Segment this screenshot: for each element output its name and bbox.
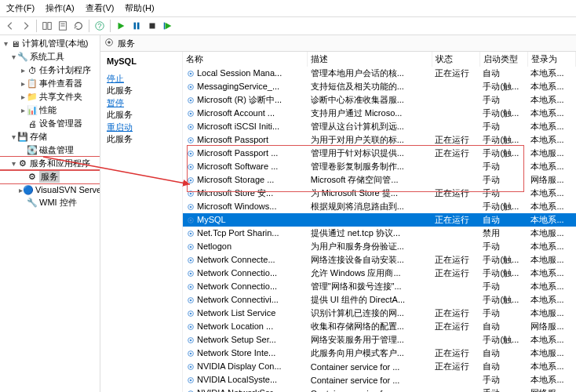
- menu-action[interactable]: 操作(A): [46, 2, 75, 14]
- col-name[interactable]: 名称: [183, 52, 308, 67]
- tree-sharedfolders[interactable]: ▸📁共享文件夹: [0, 90, 100, 103]
- table-row[interactable]: Microsoft Store 安...为 Microsoft Store 提.…: [183, 187, 576, 200]
- services-table[interactable]: 名称 描述 状态 启动类型 登录为 Local Session Mana...管…: [183, 52, 576, 392]
- svg-point-48: [190, 299, 192, 302]
- menu-view[interactable]: 查看(V): [86, 2, 115, 14]
- pause-button[interactable]: [129, 19, 144, 33]
- tree-storage[interactable]: ▾💾存储: [0, 130, 100, 143]
- gear-icon: [186, 96, 195, 105]
- start-button[interactable]: [114, 19, 128, 33]
- svg-point-38: [190, 233, 192, 235]
- table-row[interactable]: Local Session Mana...管理本地用户会话的核...正在运行自动…: [183, 67, 576, 80]
- menu-bar: 文件(F) 操作(A) 查看(V) 帮助(H): [0, 0, 576, 17]
- menu-file[interactable]: 文件(F): [6, 2, 35, 14]
- table-row[interactable]: NVIDIA LocalSyste...Container service fo…: [183, 373, 576, 387]
- gear-icon: [186, 376, 195, 385]
- wmi-icon: 🔧: [27, 198, 38, 209]
- device-icon: 🖨: [27, 118, 38, 129]
- tree-devmgr[interactable]: 🖨设备管理器: [0, 117, 100, 130]
- col-status[interactable]: 状态: [432, 52, 479, 67]
- svg-rect-0: [43, 23, 46, 30]
- gear-icon: [186, 389, 195, 392]
- stop-button[interactable]: [145, 19, 159, 33]
- gear-icon: [186, 242, 195, 252]
- svg-point-26: [190, 153, 192, 155]
- table-row[interactable]: Microsoft Storage ...Microsoft 存储空间管...手…: [183, 173, 576, 187]
- restart-button[interactable]: [161, 19, 175, 33]
- tree-servicesapps[interactable]: ▾⚙服务和应用程序: [0, 157, 100, 170]
- tree-root[interactable]: ▾🖥计算机管理(本地): [0, 37, 100, 50]
- pause-link[interactable]: 暂停: [107, 96, 176, 109]
- help-button[interactable]: ?: [93, 19, 107, 33]
- svg-rect-9: [150, 24, 155, 29]
- svg-point-50: [190, 313, 192, 315]
- svg-point-24: [190, 140, 192, 142]
- table-row[interactable]: Microsoft Passport为用于对用户关联的标...正在运行手动(触.…: [183, 133, 576, 147]
- table-row[interactable]: Network Connectivi...提供 UI 组件的 DirectA..…: [183, 293, 576, 307]
- svg-point-44: [190, 273, 192, 275]
- refresh-button[interactable]: [71, 19, 86, 33]
- gear-icon: [186, 69, 195, 78]
- table-row[interactable]: Network Setup Ser...网络安装服务用于管理...手动(触...…: [183, 333, 576, 347]
- table-row[interactable]: Net.Tcp Port Sharin...提供通过 net.tcp 协议...…: [183, 227, 576, 240]
- tree-diskmgmt[interactable]: 💽磁盘管理: [0, 143, 100, 157]
- gear-icon: [186, 176, 195, 185]
- table-row[interactable]: NVIDIA NetworkSer...Container service fo…: [183, 387, 576, 392]
- tree-performance[interactable]: ▸📊性能: [0, 103, 100, 117]
- disk-icon: 💽: [27, 145, 38, 156]
- content-header: 服务: [100, 35, 576, 52]
- back-button[interactable]: [3, 19, 17, 33]
- svg-point-60: [190, 379, 192, 382]
- table-row[interactable]: Microsoft Passport ...管理用于针对标识提供...正在运行手…: [183, 147, 576, 160]
- svg-point-42: [190, 260, 192, 262]
- col-logon[interactable]: 登录为: [527, 52, 575, 67]
- table-row[interactable]: Network Location ...收集和存储网络的配置...正在运行自动网…: [183, 320, 576, 333]
- svg-point-20: [190, 113, 192, 115]
- properties-button[interactable]: [56, 19, 70, 33]
- table-row[interactable]: Network Store Inte...此服务向用户模式客户...正在运行自动…: [183, 347, 576, 360]
- stop-link[interactable]: 停止: [107, 72, 176, 85]
- table-row[interactable]: Microsoft Account ...支持用户通过 Microso...手动…: [183, 107, 576, 120]
- table-row[interactable]: Network List Service识别计算机已连接的网...正在运行手动本…: [183, 307, 576, 320]
- table-row[interactable]: MessagingService_...支持短信及相关功能的...手动(触...…: [183, 80, 576, 93]
- table-row[interactable]: Microsoft (R) 诊断中...诊断中心标准收集器服...手动本地系..…: [183, 93, 576, 107]
- restart-link[interactable]: 重启动: [107, 121, 176, 133]
- svg-point-18: [190, 100, 192, 102]
- table-row[interactable]: Network Connectio...管理"网络和拨号连接"...手动本地系.…: [183, 280, 576, 293]
- col-startup[interactable]: 启动类型: [479, 52, 527, 67]
- tree-eventviewer[interactable]: ▸📋事件查看器: [0, 77, 100, 90]
- gear-icon: [186, 322, 195, 332]
- table-row[interactable]: Microsoft iSCSI Initi...管理从这台计算机到远...手动本…: [183, 120, 576, 133]
- table-row[interactable]: NVIDIA Display Con...Container service f…: [183, 360, 576, 373]
- gear-icon: [186, 362, 195, 372]
- tree-systools[interactable]: ▾🔧系统工具: [0, 50, 100, 64]
- gear-icon: [186, 109, 195, 118]
- tree-wmi[interactable]: 🔧WMI 控件: [0, 196, 100, 209]
- menu-help[interactable]: 帮助(H): [125, 2, 154, 14]
- table-row[interactable]: Netlogon为用户和服务身份验证...手动本地系...: [183, 240, 576, 253]
- svg-point-40: [190, 246, 192, 249]
- event-icon: 📋: [27, 78, 38, 89]
- col-desc[interactable]: 描述: [308, 52, 432, 67]
- tree-scheduler[interactable]: ▸⏱任务计划程序: [0, 64, 100, 77]
- tree-visualsvn[interactable]: ▸🔵VisualSVN Server: [0, 183, 100, 196]
- show-hide-button[interactable]: [40, 19, 54, 33]
- table-row[interactable]: Network Connecte...网络连接设备自动安装...正在运行手动(触…: [183, 253, 576, 267]
- folder-icon: 📁: [27, 92, 38, 103]
- svg-point-36: [190, 220, 192, 222]
- table-row[interactable]: Microsoft Software ...管理卷影复制服务制作...手动本地系…: [183, 160, 576, 173]
- table-row[interactable]: Microsoft Windows...根据规则将消息路由到...手动(触...…: [183, 200, 576, 213]
- svg-point-16: [190, 86, 192, 89]
- gear-icon: [186, 256, 195, 265]
- content-title: 服务: [118, 38, 135, 49]
- gear-icon: [186, 269, 195, 278]
- storage-icon: 💾: [17, 132, 28, 143]
- forward-button[interactable]: [19, 19, 33, 33]
- svg-point-28: [190, 166, 192, 169]
- svg-point-54: [190, 339, 192, 342]
- table-row[interactable]: MySQL正在运行自动本地系...: [183, 213, 576, 227]
- svg-point-12: [108, 41, 111, 44]
- perf-icon: 📊: [27, 105, 38, 116]
- tree-services[interactable]: ⚙服务: [0, 170, 100, 183]
- table-row[interactable]: Network Connectio...允许 Windows 应用商...正在运…: [183, 267, 576, 280]
